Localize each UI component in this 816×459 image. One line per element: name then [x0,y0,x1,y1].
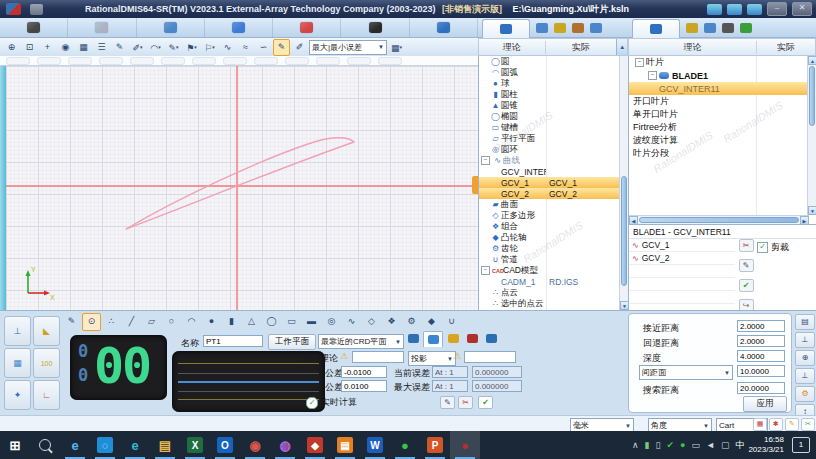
feature-item-组合[interactable]: ❖组合 [479,221,620,232]
flower-marker-icon[interactable]: ✱ [769,418,783,431]
tray-usb-icon[interactable]: ▯ [656,440,661,450]
speed-100-icon[interactable]: 100 [33,348,60,378]
ribbon-tab-probe-device[interactable] [0,18,68,37]
geom-pointer-edit-button[interactable]: ✎ [62,313,81,331]
geom-plane-button[interactable]: ▱ [142,313,161,331]
actual-column-header[interactable]: 实际 [545,41,617,54]
param-间距面-input[interactable] [737,365,785,377]
feature-item-曲线[interactable]: −∿曲线 [479,155,620,166]
blade-tab-walker[interactable] [686,19,698,37]
lower-tol-input[interactable] [341,366,387,378]
geom-circle-button[interactable]: ○ [162,313,181,331]
taskbar-edge[interactable]: e [120,431,150,459]
taskbar-chrome[interactable]: ◉ [240,431,270,459]
geom-cone-button[interactable]: △ [242,313,261,331]
taskbar-outlook[interactable]: O [210,431,240,459]
erase-icon[interactable]: ✂ [458,396,473,409]
notification-button[interactable]: 1 [792,437,810,453]
geom-combine-button[interactable]: ❖ [382,313,401,331]
probe-blue-icon[interactable]: ⊥ [795,332,815,348]
probe-tab[interactable] [404,331,422,346]
toolbar-curve-pen-button[interactable]: ✎ [111,39,128,56]
theory-column-header[interactable]: 理论 [629,41,756,54]
taskbar-planet-app[interactable]: ◍ [270,431,300,459]
probe-star-icon[interactable]: ✦ [4,380,31,410]
toolbar-brush-down-button[interactable]: ✐ [291,39,308,56]
theory-column-header[interactable]: 理论 [479,41,545,54]
confirm-check-icon[interactable]: ✔ [739,279,754,292]
param-回退距离-input[interactable] [737,335,785,347]
feature-tree-scrollbar[interactable]: ▼ [619,56,628,310]
minimize-button[interactable]: – [767,2,787,16]
tray-volume-icon[interactable]: ◄ [706,440,715,450]
blade-item-单开口叶片[interactable]: 单开口叶片 [629,108,809,121]
toolbar-pan-hand-button[interactable]: + [39,39,56,56]
ribbon-tab-ink-tools[interactable] [341,18,409,37]
error-mode-combo[interactable]: 最大|最小误差▼ [309,40,387,55]
param-搜索距离-input[interactable] [737,382,785,394]
realtime-checkbox[interactable]: ✓ 实时计算 [306,396,357,409]
feature-item-点云[interactable]: ∴点云 [479,287,620,298]
scroll-down-button[interactable]: ▼ [808,206,816,215]
taskbar-wechat[interactable]: ● [390,431,420,459]
ruler-tool-icon[interactable]: ◣ [33,316,60,346]
toolbar-panel-list-button[interactable]: ☰ [93,39,110,56]
geom-torus-button[interactable]: ◎ [322,313,341,331]
param-接近距离-input[interactable] [737,320,785,332]
tray-expand-icon[interactable]: ∧ [632,440,639,450]
feature-tab-features-cube[interactable] [482,19,530,38]
probe-2-icon[interactable]: ⊥ [795,368,815,384]
geom-polygon-button[interactable]: ◇ [362,313,381,331]
feature-item-CAD模型[interactable]: −CADCAD模型 [479,265,620,276]
feature-item-曲面[interactable]: ▰曲面 [479,199,620,210]
feature-item-正多边形[interactable]: ◇正多边形 [479,210,620,221]
feature-item-键槽[interactable]: ▭键槽 [479,122,620,133]
scroll-up-button[interactable]: ▲ [808,56,816,65]
toolbar-flag-tool-button[interactable]: ⚑▾ [183,39,200,56]
feature-item-椭圆[interactable]: ◯椭圆 [479,111,620,122]
projection-combo[interactable]: 投影 ▼ [408,351,456,366]
geom-point-button[interactable]: ⊙ [82,313,101,331]
blade-item-叶片[interactable]: −叶片 [629,56,809,69]
toolbar-zoom-fit-button[interactable]: ⊕ [3,39,20,56]
trim-scissors-icon[interactable]: ✂ [801,418,815,431]
tray-card-icon[interactable]: ▭ [691,440,700,450]
taskbar-word[interactable]: W [360,431,390,459]
scroll-up-button[interactable]: ▲ [616,39,627,55]
toolbar-display-mode-button[interactable]: ▦▾ [388,39,405,56]
geom-rect-slot-button[interactable]: ▬ [302,313,321,331]
taskbar-excel[interactable]: X [180,431,210,459]
magnet-tab[interactable] [463,331,481,346]
feature-item-圆[interactable]: ◯圆 [479,56,620,67]
app-menu-icon[interactable] [30,4,43,15]
feature-item-齿轮[interactable]: ⚙齿轮 [479,243,620,254]
app-icon[interactable] [6,3,21,15]
workplane-button[interactable]: 工作平面 [268,334,316,350]
actual-column-header[interactable]: 实际 [756,41,815,54]
geom-gear-button[interactable]: ⚙ [402,313,421,331]
geom-cylinder-button[interactable]: ▮ [222,313,241,331]
crd-plane-combo[interactable]: 最靠近的CRD平面 ▼ [318,334,404,349]
blade-item-开口叶片[interactable]: 开口叶片 [629,95,809,108]
titlebar-tool-icon-3[interactable] [747,4,762,15]
titlebar-tool-icon-1[interactable] [707,4,722,15]
feature-item-GCV_2[interactable]: GCV_2GCV_2 [479,188,620,199]
tolerance-chart-icon[interactable]: ▦ [753,418,767,431]
feature-item-GCV_INTER1[interactable]: GCV_INTER1 [479,166,620,177]
machine-tool-icon[interactable]: ▦ [4,348,31,378]
geom-round-slot-button[interactable]: ▭ [282,313,301,331]
tray-network-icon[interactable]: ▢ [721,440,730,450]
feature-item-圆柱[interactable]: ▮圆柱 [479,89,620,100]
toolbar-brush-active-button[interactable]: ✎ [273,39,290,56]
ribbon-tab-display-window[interactable] [137,18,205,37]
device-tool-icon[interactable]: ▤ [795,314,815,330]
settings-gear-icon[interactable]: ⚙ [795,386,815,402]
detail-row-GCV_1[interactable]: ∿GCV_1 [629,239,735,252]
feature-item-球[interactable]: ●球 [479,78,620,89]
geom-curve-button[interactable]: ∿ [342,313,361,331]
titlebar-tool-icon-2[interactable] [727,4,742,15]
blade-tab-filter-green[interactable] [740,19,752,37]
folder-tab[interactable] [444,331,462,346]
feature-tab-box-brown[interactable] [572,19,584,37]
taskbar-powerpoint[interactable]: P [420,431,450,459]
